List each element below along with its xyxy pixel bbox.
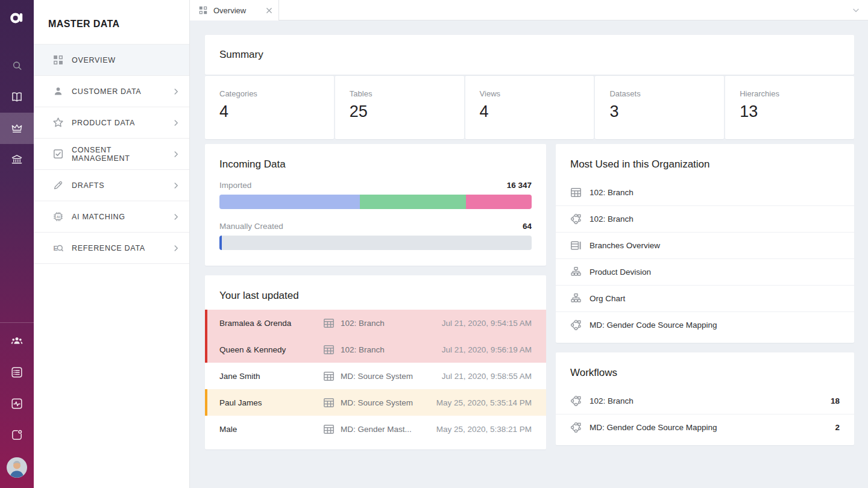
bar-segment-green <box>360 195 466 209</box>
list-item[interactable]: Org Chart <box>556 285 854 311</box>
rail-product-button[interactable] <box>0 113 34 144</box>
chevron-down-icon <box>851 5 861 15</box>
incoming-data-card: Incoming Data Imported 16 347 Manually C… <box>205 144 546 266</box>
table-icon <box>323 397 335 408</box>
sidebar-item-label: AI MATCHING <box>72 213 163 221</box>
list-item[interactable]: 102: Branch <box>556 179 854 205</box>
item-label: 102: Branch <box>590 214 634 224</box>
sidebar-item-reference-data[interactable]: REFERENCE DATA <box>34 233 189 264</box>
table-name: 102: Branch <box>341 345 385 354</box>
tab-close-button[interactable] <box>265 6 274 15</box>
catalog-icon <box>10 366 24 379</box>
list-item[interactable]: Product Devision <box>556 258 854 285</box>
stat-categories[interactable]: Categories 4 <box>205 76 334 139</box>
star-icon <box>52 117 64 128</box>
sidebar-item-ai-matching[interactable]: AI MATCHING <box>34 201 189 233</box>
list-item[interactable]: 102: Branch <box>556 205 854 232</box>
bar-value: 64 <box>523 222 532 231</box>
most-used-card: Most Used in this Organization 102: Bran… <box>556 144 854 343</box>
table-row[interactable]: Male MD: Gender Mast... May 25, 2020, 5:… <box>205 416 546 442</box>
timestamp: Jul 21, 2020, 9:56:19 AM <box>442 345 532 354</box>
view-icon <box>570 240 582 251</box>
stat-hierarchies[interactable]: Hierarchies 13 <box>725 76 854 139</box>
ai-chip-icon <box>52 211 64 222</box>
sidebar-item-overview[interactable]: OVERVIEW <box>34 45 189 76</box>
table-icon <box>323 318 335 329</box>
bar-segment-blue <box>219 195 360 209</box>
sidebar-item-customer-data[interactable]: CUSTOMER DATA <box>34 76 189 107</box>
organization-icon <box>10 153 24 166</box>
stat-label: Hierarchies <box>740 89 840 98</box>
table-row[interactable]: Queen & Kennedy 102: Branch Jul 21, 2020… <box>205 336 546 363</box>
table-row[interactable]: Jane Smith MD: Source System Jul 21, 202… <box>205 363 546 389</box>
workflow-icon <box>570 319 582 331</box>
sidebar-item-consent-management[interactable]: CONSENT MANAGEMENT <box>34 139 189 170</box>
stat-views[interactable]: Views 4 <box>465 76 594 139</box>
table-icon <box>323 424 335 435</box>
user-avatar[interactable] <box>0 451 34 484</box>
logout-icon <box>10 428 24 442</box>
stat-value: 25 <box>350 102 450 121</box>
sidebar-item-drafts[interactable]: DRAFTS <box>34 170 189 201</box>
rail-bottom-nav <box>0 322 34 488</box>
rail-search-button[interactable] <box>0 50 34 81</box>
list-item[interactable]: 102: Branch 18 <box>556 387 854 414</box>
rail-activity-button[interactable] <box>0 388 34 419</box>
rail-organization-button[interactable] <box>0 144 34 175</box>
tab-overflow-button[interactable] <box>851 5 861 15</box>
timestamp: Jul 21, 2020, 9:54:15 AM <box>442 319 532 328</box>
tab-label: Overview <box>213 6 259 15</box>
avatar-image <box>7 457 27 478</box>
stat-tables[interactable]: Tables 25 <box>335 76 464 139</box>
list-item[interactable]: MD: Gender Code Source Mapping <box>556 311 854 338</box>
main-content: Summary Categories 4 Tables 25 Views 4 D… <box>190 20 868 488</box>
rail-nav <box>0 50 34 175</box>
module-sidebar: MASTER DATA OVERVIEW CUSTOMER DATA PRODU… <box>34 0 190 488</box>
hierarchy-icon <box>570 293 582 304</box>
status-stripe <box>205 310 207 336</box>
list-item[interactable]: MD: Gender Code Source Mapping 2 <box>556 414 854 440</box>
content-column: Overview Summary Categories 4 Tables 25 <box>190 0 868 488</box>
bar-segment-dark-blue <box>219 236 222 250</box>
table-icon <box>570 187 582 198</box>
sidebar-item-label: CUSTOMER DATA <box>72 87 163 96</box>
tab-overview[interactable]: Overview <box>190 0 279 20</box>
table-icon <box>323 371 335 382</box>
library-icon <box>10 90 24 104</box>
a-logo-icon <box>9 10 25 25</box>
rail-catalog-button[interactable] <box>0 357 34 388</box>
stat-value: 4 <box>480 102 580 121</box>
record-name: Queen & Kennedy <box>219 345 323 354</box>
stat-label: Categories <box>219 89 319 98</box>
bar-label: Manually Created <box>219 222 283 231</box>
rail-library-button[interactable] <box>0 81 34 113</box>
list-item[interactable]: Branches Overview <box>556 232 854 258</box>
grid-icon <box>52 54 64 66</box>
record-name: Jane Smith <box>219 372 323 381</box>
chevron-right-icon <box>171 243 181 253</box>
rail-logout-button[interactable] <box>0 419 34 451</box>
last-updated-card: Your last updated Bramalea & Orenda 102:… <box>205 275 546 449</box>
stat-datasets[interactable]: Datasets 3 <box>595 76 724 139</box>
sidebar-item-product-data[interactable]: PRODUCT DATA <box>34 107 189 139</box>
hierarchy-icon <box>570 266 582 278</box>
app-logo[interactable] <box>0 0 34 35</box>
status-stripe <box>205 389 207 416</box>
table-name: MD: Source System <box>341 398 413 407</box>
table-row[interactable]: Bramalea & Orenda 102: Branch Jul 21, 20… <box>205 310 546 336</box>
pen-icon <box>52 180 64 191</box>
summary-stats: Categories 4 Tables 25 Views 4 Datasets … <box>205 76 854 139</box>
module-menu: OVERVIEW CUSTOMER DATA PRODUCT DATA CONS… <box>34 44 189 264</box>
imported-stacked-bar <box>219 195 532 209</box>
activity-icon <box>10 397 24 410</box>
workflow-icon <box>570 395 582 407</box>
stat-label: Tables <box>350 89 450 98</box>
table-row[interactable]: Paul James MD: Source System May 25, 202… <box>205 389 546 416</box>
checkbox-icon <box>52 148 64 160</box>
item-label: Product Devision <box>590 267 651 277</box>
rail-team-button[interactable] <box>0 325 34 357</box>
sidebar-item-label: CONSENT MANAGEMENT <box>72 146 163 163</box>
summary-section: Summary Categories 4 Tables 25 Views 4 D… <box>205 35 854 139</box>
section-title: Summary <box>219 49 263 61</box>
manually-created-bar <box>219 236 532 250</box>
